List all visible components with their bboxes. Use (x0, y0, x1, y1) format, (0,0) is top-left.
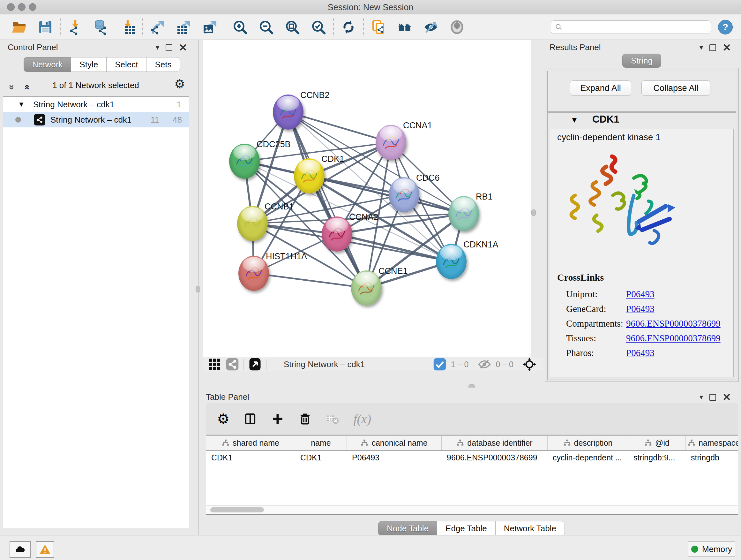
column-header-shared-name[interactable]: shared name (206, 436, 295, 450)
cloud-status-button[interactable] (10, 541, 30, 558)
gene-collapse-icon[interactable]: ▼ (570, 116, 578, 125)
birdseye-navigator-icon[interactable] (523, 358, 536, 371)
edge[interactable] (288, 112, 366, 288)
collection-expand-icon[interactable]: ▼ (18, 100, 25, 109)
zoom-fit-icon[interactable] (284, 19, 300, 36)
edge[interactable] (254, 273, 366, 288)
table-settings-gear-icon[interactable]: ⚙ (217, 412, 229, 426)
network-row[interactable]: String Network – cdk1 11 48 (3, 112, 189, 127)
panel-float-icon[interactable] (710, 394, 716, 401)
table-row[interactable]: CDK1CDK1P064939606.ENSP00000378699cyclin… (206, 450, 738, 464)
network-collection-row[interactable]: ▼ String Network – cdk1 1 (3, 97, 189, 112)
panel-float-icon[interactable] (710, 44, 716, 51)
panel-collapse-icon[interactable]: ▾ (156, 44, 159, 52)
panel-close-icon[interactable]: ✕ (723, 44, 731, 51)
tab-edge-table[interactable]: Edge Table (437, 521, 495, 536)
export-network-icon[interactable] (149, 19, 166, 36)
crosslink-link[interactable]: 9606.ENSP00000378699 (626, 318, 721, 329)
node-cdkn1a[interactable] (436, 244, 467, 279)
gene-name-header[interactable]: CDK1 (592, 114, 619, 125)
show-columns-icon[interactable] (244, 412, 257, 426)
node-label-hist1h1a: HIST1H1A (266, 252, 307, 261)
column-header-namespace[interactable]: namespace (686, 436, 738, 450)
network-edge-count: 48 (173, 115, 182, 125)
node-label-cdkn1a: CDKN1A (463, 240, 498, 250)
panel-collapse-icon[interactable]: ▾ (699, 393, 703, 401)
save-icon[interactable] (37, 19, 54, 36)
tab-string[interactable]: String (622, 54, 661, 68)
crosslink-link[interactable]: 9606.ENSP00000378699 (626, 333, 721, 344)
crosslink-row: Tissues: 9606.ENSP00000378699 (566, 331, 732, 346)
node-label-ccna1: CCNA1 (403, 121, 432, 131)
import-table-icon[interactable] (119, 19, 136, 36)
help-icon[interactable]: ? (718, 20, 733, 35)
network-options-gear-icon[interactable]: ⚙ (174, 78, 185, 90)
zoom-in-icon[interactable] (232, 19, 248, 36)
node-ccna1[interactable] (376, 125, 406, 160)
column-header--id[interactable]: @id (628, 436, 686, 450)
column-header-database-identifier[interactable]: database identifier (442, 436, 548, 450)
tab-select[interactable]: Select (107, 57, 146, 72)
column-header-name[interactable]: name (295, 436, 347, 450)
selected-checkbox-icon[interactable] (433, 358, 447, 371)
tab-network[interactable]: Network (23, 57, 71, 72)
node-cdc25b[interactable] (229, 144, 260, 179)
node-hist1h1a[interactable] (239, 256, 269, 291)
panel-collapse-icon[interactable]: ▾ (699, 44, 703, 52)
crosslink-link[interactable]: P06493 (626, 304, 655, 314)
search-input[interactable] (565, 22, 707, 32)
network-thumbnail-icon[interactable] (226, 358, 239, 371)
node-label-ccnb2: CCNB2 (300, 90, 330, 100)
expand-all-button[interactable]: Expand All (570, 80, 631, 96)
crosslink-link[interactable]: P06493 (626, 289, 655, 300)
right-splitter-handle[interactable] (531, 209, 536, 216)
scrollbar-thumb[interactable] (210, 507, 264, 512)
panel-close-icon[interactable]: ✕ (179, 44, 187, 51)
column-header-canonical-name[interactable]: canonical name (347, 436, 442, 450)
node-gloss (380, 126, 402, 141)
tab-node-table[interactable]: Node Table (378, 521, 437, 536)
hide-graphics-icon[interactable] (422, 19, 439, 36)
node-ccne1[interactable] (351, 270, 382, 306)
add-column-icon[interactable] (271, 412, 284, 426)
crosslink-label: Uniprot: (566, 289, 626, 300)
zoom-out-icon[interactable] (258, 19, 274, 36)
warning-status-button[interactable] (36, 541, 54, 558)
node-ccnb1[interactable] (237, 206, 268, 241)
delete-column-trash-icon[interactable] (298, 412, 312, 426)
node-rb1[interactable] (448, 196, 479, 231)
grid-view-icon[interactable] (208, 358, 221, 371)
hidden-eye-icon[interactable] (478, 358, 491, 371)
home-icon[interactable] (396, 19, 413, 36)
search-field[interactable] (551, 20, 711, 34)
import-network-icon[interactable] (67, 19, 84, 36)
folder-open-icon[interactable] (11, 19, 27, 36)
network-view-canvas[interactable]: CCNB2CCNA1CDC25BCDK1CDC6RB1CCNB1CCNA2CDK… (203, 40, 531, 357)
crosslink-link[interactable]: P06493 (626, 348, 655, 358)
column-header-description[interactable]: description (548, 436, 628, 450)
column-network-icon (644, 439, 652, 447)
node-cdk1[interactable] (294, 159, 325, 193)
table-horizontal-scrollbar[interactable] (206, 505, 738, 514)
refresh-icon[interactable] (340, 19, 357, 36)
export-table-icon[interactable] (176, 19, 192, 36)
collapse-all-button[interactable]: Collapse All (642, 80, 711, 96)
clone-network-icon[interactable] (370, 19, 387, 36)
tab-sets[interactable]: Sets (146, 57, 180, 72)
tab-style[interactable]: Style (71, 57, 107, 72)
detach-view-icon[interactable] (248, 358, 262, 371)
node-ccnb2[interactable] (273, 95, 304, 130)
export-image-icon[interactable] (202, 19, 218, 36)
table-panel-title: Table Panel (206, 392, 249, 402)
panel-close-icon[interactable]: ✕ (723, 394, 731, 400)
tab-network-table[interactable]: Network Table (495, 521, 565, 536)
left-splitter-handle[interactable] (196, 286, 200, 293)
memory-button[interactable]: Memory (688, 542, 735, 557)
node-gloss (326, 218, 348, 233)
panel-float-icon[interactable] (165, 44, 172, 51)
node-ccna2[interactable] (322, 216, 352, 252)
import-database-icon[interactable] (93, 19, 110, 36)
birdseye-icon[interactable] (449, 19, 465, 36)
zoom-selected-icon[interactable] (310, 19, 327, 36)
node-cdc6[interactable] (389, 177, 419, 212)
